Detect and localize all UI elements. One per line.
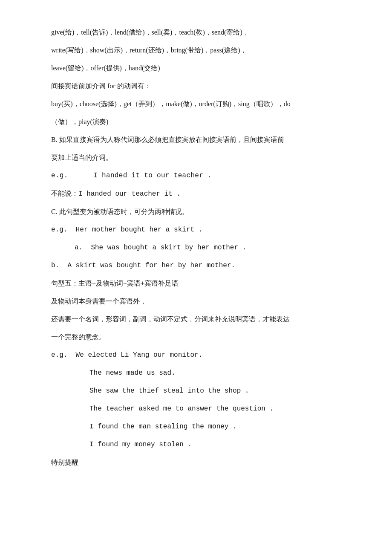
- line9: e.g. I handed it to our teacher .: [51, 169, 341, 182]
- line2: write(写给)，show(出示)，return(还给)，bring(带给)，…: [51, 43, 341, 57]
- line22: The teacher asked me to answer the quest…: [51, 402, 341, 416]
- line15: 句型五：主语+及物动词+宾语+宾语补足语: [51, 277, 341, 290]
- line18: 一个完整的意念。: [51, 330, 341, 344]
- line20: The news made us sad.: [51, 366, 341, 380]
- line12: e.g. Her mother bought her a skirt .: [51, 223, 341, 237]
- line1: give(给)，tell(告诉)，lend(借给)，sell(卖)，teach(…: [51, 26, 341, 39]
- main-content: give(给)，tell(告诉)，lend(借给)，sell(卖)，teach(…: [51, 26, 341, 469]
- line16: 及物动词本身需要一个宾语外，: [51, 295, 341, 308]
- line14: b. A skirt was bought for her by her mot…: [51, 259, 341, 272]
- line10: 不能说：I handed our teacher it .: [51, 187, 341, 201]
- line11: C. 此句型变为被动语态时，可分为两种情况。: [51, 205, 341, 219]
- line6: （做），play(演奏): [51, 115, 341, 129]
- line4: 间接宾语前加介词 for 的动词有：: [51, 79, 341, 93]
- line5: buy(买)，choose(选择)，get（弄到），make(做)，order(…: [51, 97, 341, 111]
- line25: 特别提醒: [51, 456, 341, 469]
- line23: I found the man stealing the money .: [51, 420, 341, 434]
- line3: leave(留给)，offer(提供)，hand(交给): [51, 61, 341, 75]
- line7: B. 如果直接宾语为人称代词那么必须把直接宾放在间接宾语前，且间接宾语前: [51, 133, 341, 147]
- line19: e.g. We elected Li Yang our monitor.: [51, 348, 341, 362]
- line17: 还需要一个名词，形容词，副词，动词不定式，分词来补充说明宾语，才能表达: [51, 312, 341, 326]
- line24: I found my money stolen .: [51, 438, 341, 451]
- line13: a. She was bought a skirt by her mother …: [51, 241, 341, 254]
- line8: 要加上适当的介词。: [51, 151, 341, 165]
- line21: She saw the thief steal into the shop .: [51, 384, 341, 398]
